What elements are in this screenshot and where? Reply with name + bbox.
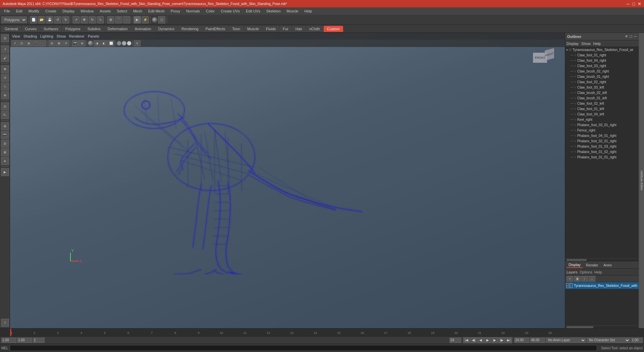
help-line-btn[interactable]: ?	[1, 319, 9, 327]
menu-modify[interactable]: Modify	[26, 8, 42, 14]
tab-muscle[interactable]: Muscle	[244, 26, 262, 32]
list-item[interactable]: — ○ Femur_right	[565, 128, 639, 133]
wireframe-btn[interactable]: ⬡	[158, 16, 165, 23]
component-mask-btn[interactable]: ⊡	[18, 40, 25, 46]
show-menu[interactable]: Show	[57, 34, 66, 38]
snap-view-btn[interactable]: ⊠	[1, 148, 9, 156]
menu-edit-uvs[interactable]: Edit UVs	[243, 8, 263, 14]
outliner-max-btn[interactable]: □	[630, 34, 632, 39]
open-scene-btn[interactable]: 📂	[38, 16, 45, 23]
list-item[interactable]: — ○ Claw_foot_03_left	[565, 85, 639, 90]
smooth-wire-btn[interactable]: ◑	[94, 40, 100, 46]
tab-fur[interactable]: Fur	[279, 26, 292, 32]
play-btn[interactable]: ▶	[484, 337, 491, 343]
next-key-btn[interactable]: |▶	[498, 337, 505, 343]
go-end-btn[interactable]: ▶|	[505, 337, 512, 343]
render-view-btn[interactable]: ▶	[1, 168, 9, 176]
tab-polygons[interactable]: Polygons	[62, 26, 84, 32]
tab-subdivs[interactable]: Subdivs	[84, 26, 104, 32]
menu-select[interactable]: Select	[114, 8, 130, 14]
outliner-show-menu[interactable]: Show	[581, 42, 591, 46]
snap-curve-btn[interactable]: ⌒	[115, 16, 122, 23]
new-scene-btn[interactable]: 📄	[30, 16, 37, 23]
range-end-input[interactable]	[17, 338, 32, 343]
show-manip-btn[interactable]: ⊞	[1, 122, 9, 130]
menu-edit[interactable]: Edit	[13, 8, 25, 14]
menu-muscle[interactable]: Muscle	[284, 8, 301, 14]
list-item[interactable]: — ○ Claw_brush_02_left	[565, 90, 639, 95]
frame-end-input[interactable]	[449, 338, 461, 343]
list-item[interactable]: — ○ Claw_foot_03_right	[565, 63, 639, 68]
frame-sel-btn[interactable]: ⊠	[56, 40, 62, 46]
layer-item[interactable]: V Tyrannosaurus_Rex_Skeleton_Fossil_with	[565, 282, 639, 289]
tab-general[interactable]: General	[1, 26, 21, 32]
snap-grid-vp-btn[interactable]: ⊞	[25, 40, 32, 46]
undo-view-btn[interactable]: ↺	[63, 40, 69, 46]
current-frame-input[interactable]	[33, 338, 45, 343]
panels-menu[interactable]: Panels	[88, 34, 99, 38]
paint-sel-btn[interactable]: 🖌	[1, 54, 9, 62]
tab-curves[interactable]: Curves	[21, 26, 40, 32]
flat-shade-btn[interactable]: ◐	[101, 40, 107, 46]
cb-tab-anim[interactable]: Anim	[601, 262, 614, 268]
rotate-tool-btn[interactable]: ↻	[89, 16, 96, 23]
menu-skeleton[interactable]: Skeleton	[264, 8, 283, 14]
menu-file[interactable]: File	[1, 8, 13, 14]
menu-edit-mesh[interactable]: Edit Mesh	[146, 8, 167, 14]
list-item[interactable]: — ○ Phalanx_foot_04_01_right	[565, 133, 639, 138]
minimize-button[interactable]: ─	[627, 1, 630, 6]
smooth-shade-btn[interactable]	[152, 17, 157, 22]
char-set-select[interactable]: No Character Set	[587, 338, 630, 343]
list-item[interactable]: — ○ Phalanx_foot_01_01_right	[565, 154, 639, 160]
menu-color[interactable]: Color	[203, 8, 217, 14]
grid-btn[interactable]: ⊟	[1, 140, 9, 148]
tab-ncloth[interactable]: nCloth	[306, 26, 323, 32]
quick-layout-btn[interactable]: ⊡	[1, 34, 9, 42]
universal-btn[interactable]: ⊕	[1, 91, 9, 99]
tab-dynamics[interactable]: Dynamics	[155, 26, 178, 32]
outliner-hscrollbar[interactable]	[565, 258, 639, 261]
cube-right-face[interactable]: RIGHT	[545, 48, 554, 61]
timeline[interactable]: 1 2 3 4 5 6 7 8 9 10 11 12 13 14 15 16 1…	[0, 328, 644, 336]
shading-menu[interactable]: Shading	[23, 34, 37, 38]
list-item[interactable]: — ○ Claw_foot_02_left	[565, 101, 639, 106]
delete-layer-btn[interactable]: 🗑	[574, 276, 581, 282]
mel-input[interactable]	[10, 345, 597, 351]
tab-toon[interactable]: Toon	[229, 26, 244, 32]
menu-mesh[interactable]: Mesh	[130, 8, 145, 14]
viewport[interactable]: View Shading Lighting Show Renderer Pane…	[10, 33, 565, 328]
scale-tool-btn[interactable]: ⤡	[97, 16, 104, 23]
ipr-btn[interactable]: ⚡	[142, 16, 149, 23]
move-layer-up-btn[interactable]: ↑	[581, 276, 588, 282]
list-item[interactable]: — ○ Keel_right	[565, 117, 639, 122]
camera-tools-btn[interactable]: 📷	[72, 40, 78, 46]
go-start-btn[interactable]: |◀	[463, 337, 470, 343]
outliner-min-btn[interactable]: ─	[634, 34, 637, 39]
outliner-display-menu[interactable]: Display	[567, 42, 579, 46]
list-item[interactable]: — ○ Claw_brush_01_left	[565, 95, 639, 101]
move-btn[interactable]: ✥	[1, 65, 9, 73]
list-item[interactable]: — ○ Phalanx_foot_03_01_right	[565, 122, 639, 128]
tab-hair[interactable]: Hair	[292, 26, 306, 32]
attribute-editor-tab[interactable]: Attribute Editor	[639, 33, 644, 328]
list-item[interactable]: — ○ Claw_foot_04_left	[565, 111, 639, 117]
light-btn3[interactable]	[127, 41, 131, 46]
save-scene-btn[interactable]: 💾	[46, 16, 53, 23]
cb-tab-display[interactable]: Display	[567, 262, 583, 268]
tab-deformation[interactable]: Deformation	[104, 26, 131, 32]
snap-curve-vp-btn[interactable]: ⌒	[33, 40, 39, 46]
lighting-menu[interactable]: Lighting	[40, 34, 53, 38]
list-item[interactable]: — ○ Claw_brush_01_right	[565, 74, 639, 79]
tab-custom[interactable]: Custom	[324, 26, 343, 32]
renderer-menu[interactable]: Renderer	[69, 34, 85, 38]
frame-all-btn[interactable]: ⊟	[49, 40, 55, 46]
scale-btn[interactable]: ⤡	[1, 83, 9, 91]
list-item[interactable]: — ○ Claw_foot_01_left	[565, 106, 639, 111]
anim-end2-input[interactable]	[530, 338, 545, 343]
menu-window[interactable]: Window	[78, 8, 96, 14]
prev-frame-btn[interactable]: ◀	[477, 337, 484, 343]
layers-tab[interactable]: Layers	[567, 270, 578, 274]
bounding-box-btn[interactable]: ⬜	[108, 40, 114, 46]
undo-btn[interactable]: ↺	[54, 16, 61, 23]
next-frame-btn[interactable]: ▶	[491, 337, 498, 343]
